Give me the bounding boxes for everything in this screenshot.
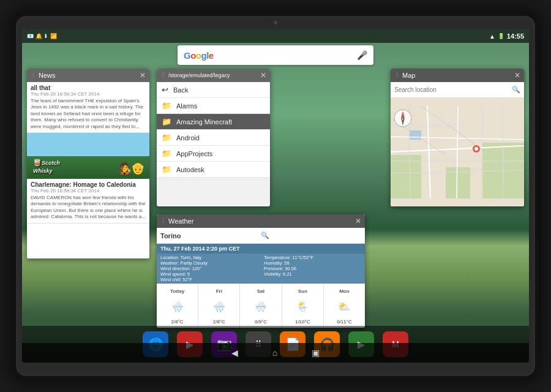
map-panel-header: ⋮ Map ✕ [391, 69, 524, 82]
weather-wind-dir: Wind direction: 120° [160, 266, 258, 271]
file-label-android: Android [176, 134, 200, 141]
news-menu-icon: ⋮ [31, 72, 36, 78]
forecast-day-sat: Sat 🌨️ 0/9°C [240, 284, 282, 328]
weather-humidity: Humidity: 58 [264, 260, 361, 266]
news-title-2: Charlemagne: Homage to Caledonia [31, 181, 146, 188]
news-date-1: Thu Feb 20 16:58:34 CET 2014 [31, 91, 146, 97]
svg-text:N: N [401, 116, 404, 120]
weather-right-info: Temperature: 11°C/52°F Humidity: 58 Pres… [264, 255, 361, 282]
news-panel: ⋮ News ✕ all that Thu Feb 20 16:58:34 CE… [27, 69, 149, 258]
mic-icon[interactable]: 🎤 [357, 50, 367, 60]
map-header-left: ⋮ Map [394, 72, 415, 79]
back-button[interactable]: ◀ [227, 345, 243, 360]
forecast-icon-sun: 🌦️ [296, 301, 309, 312]
tablet: 📧 🔔 ⬇ 📶 ▲ 🔋 14:55 Google 🎤 ⋮ Ne [12, 12, 539, 380]
file-label-alarms: Alarms [176, 102, 197, 110]
files-header-left: ⋮ /storage/emulated/legacy [160, 72, 230, 78]
screen: 📧 🔔 ⬇ 📶 ▲ 🔋 14:55 Google 🎤 ⋮ Ne [22, 29, 529, 363]
svg-point-18 [474, 147, 478, 151]
status-icons-left: 📧 🔔 ⬇ 📶 [27, 33, 57, 39]
folder-icon-minecraft: 📁 [162, 117, 171, 126]
file-item-minecraft[interactable]: 📁 Amazing Minecraft [157, 114, 270, 130]
weather-header-left: ⋮ Weather [160, 217, 193, 225]
file-item-appprojects[interactable]: 📁 AppProjects [157, 146, 270, 162]
file-label-autodesk: Autodesk [176, 166, 204, 173]
time-display: 14:55 [507, 32, 524, 40]
file-item-android[interactable]: 📁 Android [157, 130, 270, 146]
map-panel: ⋮ Map ✕ 🔍 [391, 69, 524, 206]
forecast-day-fri: Fri 🌧️ 2/8°C [198, 284, 240, 328]
map-search-input[interactable] [394, 86, 512, 93]
folder-icon-alarms: 📁 [162, 101, 171, 110]
files-close-button[interactable]: ✕ [260, 71, 266, 80]
recents-button[interactable]: ▣ [307, 345, 324, 360]
map-panel-title: Map [402, 72, 415, 79]
file-item-back[interactable]: ↩ Back [157, 82, 270, 98]
forecast-day-sun: Sun 🌦️ 1/10°C [282, 284, 324, 328]
folder-icon-android: 📁 [162, 133, 171, 142]
news-item-1: all that Thu Feb 20 16:58:34 CET 2014 Th… [27, 82, 149, 133]
weather-panel: ⋮ Weather ✕ Torino 🔍 Thu, 27 Feb 2014 2:… [157, 214, 365, 328]
weather-info-bar: Location: Turin, Italy Weather: Partly C… [157, 254, 365, 284]
file-item-autodesk[interactable]: 📁 Autodesk [157, 162, 270, 178]
files-menu-icon: ⋮ [160, 72, 166, 78]
forecast-icon-sat: 🌨️ [255, 301, 267, 312]
weather-search-icon[interactable]: 🔍 [261, 232, 361, 239]
map-menu-icon: ⋮ [394, 72, 400, 78]
weather-panel-header: ⋮ Weather ✕ [157, 214, 365, 228]
file-label-back: Back [173, 86, 188, 94]
forecast-icon-fri: 🌧️ [213, 301, 225, 312]
notification-icons: 📧 🔔 ⬇ 📶 [27, 33, 57, 39]
file-item-alarms[interactable]: 📁 Alarms [157, 98, 270, 114]
weather-wind-chill: Wind chill: 52°F [160, 277, 258, 282]
weather-search-bar[interactable]: Torino 🔍 [157, 228, 365, 244]
google-logo: Google [184, 50, 214, 61]
news-header-left: ⋮ News [31, 72, 56, 79]
news-item-2: Charlemagne: Homage to Caledonia Thu Feb… [27, 179, 149, 224]
weather-close-button[interactable]: ✕ [355, 217, 361, 225]
news-content: all that Thu Feb 20 16:58:34 CET 2014 Th… [27, 82, 149, 258]
weather-desc: Weather: Partly Cloudy [160, 260, 258, 266]
google-search-bar[interactable]: Google 🎤 [178, 45, 373, 65]
map-search-bar[interactable]: 🔍 [391, 82, 524, 98]
weather-wind-speed: Wind speed: 5 [160, 271, 258, 277]
forecast-day-mon: Mon ⛅ 0/11°C [324, 284, 365, 328]
status-icons-right: ▲ 🔋 14:55 [489, 32, 524, 40]
weather-datetime-bar: Thu, 27 Feb 2014 2:20 pm CET [157, 244, 365, 254]
weather-left-info: Location: Turin, Italy Weather: Partly C… [160, 255, 258, 282]
status-bar: 📧 🔔 ⬇ 📶 ▲ 🔋 14:55 [22, 29, 529, 43]
weather-temperature: Temperature: 11°C/52°F [264, 255, 361, 260]
svg-rect-1 [391, 155, 421, 198]
weather-pressure: Pressure: 30.06 [264, 266, 361, 271]
back-icon: ↩ [162, 85, 168, 94]
folder-icon-autodesk: 📁 [162, 165, 171, 174]
news-text-2: DAVID CAMERON has won few friends with h… [31, 195, 146, 221]
news-text-1: The tears of banishment THE expulsion of… [31, 98, 146, 130]
nav-bar: ◀ ⌂ ▣ [22, 343, 529, 363]
weather-visibility: Visibility: 6.21 [264, 271, 361, 277]
news-panel-title: News [39, 72, 56, 79]
news-date-2: Thu Feb 20 16:58:34 CET 2014 [31, 188, 146, 194]
folder-icon-appprojects: 📁 [162, 149, 171, 158]
files-panel: ⋮ /storage/emulated/legacy ✕ ↩ Back 📁 Al… [157, 69, 270, 206]
news-close-button[interactable]: ✕ [140, 71, 146, 80]
battery-icon: 🔋 [498, 33, 504, 39]
home-button[interactable]: ⌂ [268, 345, 282, 360]
forecast-icon-mon: ⛅ [338, 301, 350, 312]
weather-city-input: Torino [160, 232, 261, 239]
forecast-icon-today: 🌧️ [171, 301, 184, 312]
file-label-minecraft: Amazing Minecraft [176, 118, 232, 126]
news-image: 🥃ScotchWhisky 🧑‍🎤👴 [27, 133, 149, 179]
news-title-1: all that [31, 85, 146, 91]
news-panel-header: ⋮ News ✕ [27, 69, 149, 82]
content-area: ⋮ News ✕ all that Thu Feb 20 16:58:34 CE… [22, 69, 529, 326]
weather-datetime: Thu, 27 Feb 2014 2:20 pm CET [160, 246, 361, 252]
weather-menu-icon: ⋮ [160, 218, 166, 224]
map-search-icon[interactable]: 🔍 [512, 86, 520, 94]
file-label-appprojects: AppProjects [176, 150, 212, 157]
weather-location: Location: Turin, Italy [160, 255, 258, 260]
map-body[interactable]: N [391, 98, 524, 206]
weather-forecast: Today 🌧️ 2/8°C Fri 🌧️ 2/8°C Sat 🌨️ 0/9°C [157, 284, 365, 328]
map-close-button[interactable]: ✕ [514, 71, 520, 80]
map-svg: N [391, 98, 524, 206]
